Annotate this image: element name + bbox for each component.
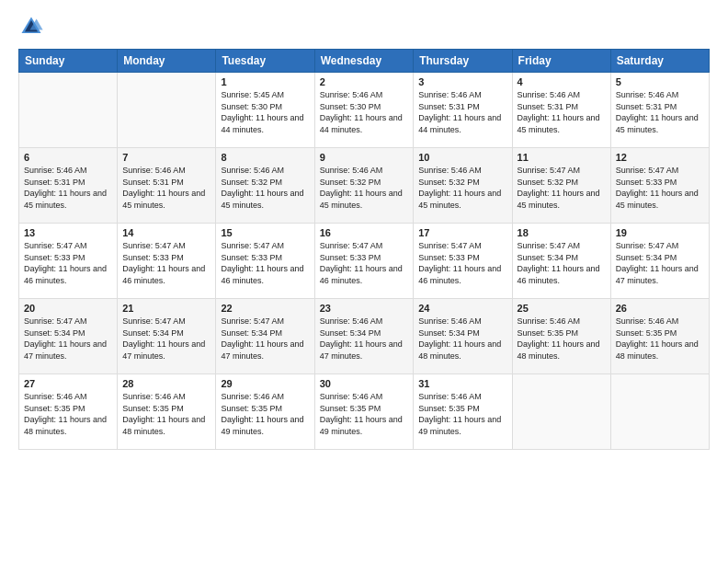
col-friday: Friday <box>512 50 610 73</box>
table-row: 20Sunrise: 5:47 AMSunset: 5:34 PMDayligh… <box>19 299 118 374</box>
page-header <box>18 14 710 40</box>
day-number: 20 <box>24 303 112 314</box>
day-content: Sunrise: 5:46 AMSunset: 5:35 PMDaylight:… <box>221 391 309 437</box>
day-number: 10 <box>418 152 506 163</box>
day-number: 27 <box>24 378 112 389</box>
day-number: 24 <box>418 303 506 314</box>
table-row <box>19 73 118 148</box>
day-content: Sunrise: 5:46 AMSunset: 5:34 PMDaylight:… <box>320 316 409 362</box>
day-content: Sunrise: 5:46 AMSunset: 5:31 PMDaylight:… <box>418 89 506 135</box>
day-number: 18 <box>518 227 606 238</box>
col-sunday: Sunday <box>19 50 118 73</box>
calendar-week-row: 1Sunrise: 5:45 AMSunset: 5:30 PMDaylight… <box>19 73 710 148</box>
table-row: 19Sunrise: 5:47 AMSunset: 5:34 PMDayligh… <box>610 224 709 299</box>
table-row: 15Sunrise: 5:47 AMSunset: 5:33 PMDayligh… <box>216 224 314 299</box>
day-number: 21 <box>122 303 210 314</box>
table-row: 13Sunrise: 5:47 AMSunset: 5:33 PMDayligh… <box>19 224 118 299</box>
table-row: 16Sunrise: 5:47 AMSunset: 5:33 PMDayligh… <box>314 224 414 299</box>
table-row: 27Sunrise: 5:46 AMSunset: 5:35 PMDayligh… <box>19 374 118 450</box>
day-content: Sunrise: 5:47 AMSunset: 5:32 PMDaylight:… <box>518 165 606 211</box>
day-number: 22 <box>221 303 309 314</box>
day-number: 3 <box>418 76 506 87</box>
day-number: 12 <box>616 152 704 163</box>
day-content: Sunrise: 5:47 AMSunset: 5:34 PMDaylight:… <box>616 240 704 286</box>
day-content: Sunrise: 5:47 AMSunset: 5:34 PMDaylight:… <box>518 240 606 286</box>
day-content: Sunrise: 5:46 AMSunset: 5:35 PMDaylight:… <box>122 391 210 437</box>
day-number: 16 <box>320 227 409 238</box>
day-number: 19 <box>616 227 704 238</box>
table-row: 29Sunrise: 5:46 AMSunset: 5:35 PMDayligh… <box>216 374 314 450</box>
calendar-week-row: 27Sunrise: 5:46 AMSunset: 5:35 PMDayligh… <box>19 374 710 450</box>
day-number: 8 <box>221 152 309 163</box>
day-number: 11 <box>518 152 606 163</box>
day-number: 7 <box>122 152 210 163</box>
day-number: 30 <box>320 378 409 389</box>
day-content: Sunrise: 5:46 AMSunset: 5:31 PMDaylight:… <box>518 89 606 135</box>
table-row: 25Sunrise: 5:46 AMSunset: 5:35 PMDayligh… <box>512 299 610 374</box>
table-row: 17Sunrise: 5:47 AMSunset: 5:33 PMDayligh… <box>414 224 512 299</box>
table-row: 12Sunrise: 5:47 AMSunset: 5:33 PMDayligh… <box>610 148 709 224</box>
calendar-week-row: 6Sunrise: 5:46 AMSunset: 5:31 PMDaylight… <box>19 148 710 224</box>
day-content: Sunrise: 5:46 AMSunset: 5:34 PMDaylight:… <box>418 316 506 362</box>
table-row: 21Sunrise: 5:47 AMSunset: 5:34 PMDayligh… <box>118 299 216 374</box>
day-content: Sunrise: 5:47 AMSunset: 5:33 PMDaylight:… <box>320 240 409 286</box>
day-content: Sunrise: 5:46 AMSunset: 5:35 PMDaylight:… <box>320 391 409 437</box>
table-row <box>512 374 610 450</box>
table-row: 23Sunrise: 5:46 AMSunset: 5:34 PMDayligh… <box>314 299 414 374</box>
day-content: Sunrise: 5:46 AMSunset: 5:32 PMDaylight:… <box>320 165 409 211</box>
day-content: Sunrise: 5:47 AMSunset: 5:33 PMDaylight:… <box>122 240 210 286</box>
day-number: 17 <box>418 227 506 238</box>
table-row: 31Sunrise: 5:46 AMSunset: 5:35 PMDayligh… <box>414 374 512 450</box>
day-number: 6 <box>24 152 112 163</box>
day-number: 13 <box>24 227 112 238</box>
table-row: 22Sunrise: 5:47 AMSunset: 5:34 PMDayligh… <box>216 299 314 374</box>
table-row: 18Sunrise: 5:47 AMSunset: 5:34 PMDayligh… <box>512 224 610 299</box>
day-content: Sunrise: 5:47 AMSunset: 5:34 PMDaylight:… <box>122 316 210 362</box>
table-row: 10Sunrise: 5:46 AMSunset: 5:32 PMDayligh… <box>414 148 512 224</box>
day-content: Sunrise: 5:47 AMSunset: 5:33 PMDaylight:… <box>221 240 309 286</box>
logo <box>18 14 46 40</box>
logo-icon <box>18 14 44 40</box>
day-content: Sunrise: 5:46 AMSunset: 5:31 PMDaylight:… <box>122 165 210 211</box>
table-row <box>118 73 216 148</box>
table-row: 14Sunrise: 5:47 AMSunset: 5:33 PMDayligh… <box>118 224 216 299</box>
col-wednesday: Wednesday <box>314 50 414 73</box>
table-row: 8Sunrise: 5:46 AMSunset: 5:32 PMDaylight… <box>216 148 314 224</box>
day-number: 28 <box>122 378 210 389</box>
day-content: Sunrise: 5:46 AMSunset: 5:31 PMDaylight:… <box>616 89 704 135</box>
day-number: 31 <box>418 378 506 389</box>
day-content: Sunrise: 5:46 AMSunset: 5:32 PMDaylight:… <box>418 165 506 211</box>
table-row <box>610 374 709 450</box>
day-content: Sunrise: 5:47 AMSunset: 5:33 PMDaylight:… <box>418 240 506 286</box>
day-number: 15 <box>221 227 309 238</box>
table-row: 2Sunrise: 5:46 AMSunset: 5:30 PMDaylight… <box>314 73 414 148</box>
day-content: Sunrise: 5:46 AMSunset: 5:30 PMDaylight:… <box>320 89 409 135</box>
day-content: Sunrise: 5:46 AMSunset: 5:35 PMDaylight:… <box>616 316 704 362</box>
day-number: 26 <box>616 303 704 314</box>
day-number: 23 <box>320 303 409 314</box>
calendar-week-row: 13Sunrise: 5:47 AMSunset: 5:33 PMDayligh… <box>19 224 710 299</box>
day-number: 14 <box>122 227 210 238</box>
day-number: 4 <box>518 76 606 87</box>
calendar: Sunday Monday Tuesday Wednesday Thursday… <box>18 49 710 450</box>
day-content: Sunrise: 5:47 AMSunset: 5:33 PMDaylight:… <box>24 240 112 286</box>
calendar-week-row: 20Sunrise: 5:47 AMSunset: 5:34 PMDayligh… <box>19 299 710 374</box>
day-number: 1 <box>221 76 309 87</box>
day-content: Sunrise: 5:46 AMSunset: 5:32 PMDaylight:… <box>221 165 309 211</box>
day-content: Sunrise: 5:47 AMSunset: 5:33 PMDaylight:… <box>616 165 704 211</box>
col-saturday: Saturday <box>610 50 709 73</box>
day-content: Sunrise: 5:46 AMSunset: 5:35 PMDaylight:… <box>418 391 506 437</box>
table-row: 1Sunrise: 5:45 AMSunset: 5:30 PMDaylight… <box>216 73 314 148</box>
day-number: 9 <box>320 152 409 163</box>
day-content: Sunrise: 5:46 AMSunset: 5:31 PMDaylight:… <box>24 165 112 211</box>
col-monday: Monday <box>118 50 216 73</box>
table-row: 28Sunrise: 5:46 AMSunset: 5:35 PMDayligh… <box>118 374 216 450</box>
table-row: 11Sunrise: 5:47 AMSunset: 5:32 PMDayligh… <box>512 148 610 224</box>
calendar-header-row: Sunday Monday Tuesday Wednesday Thursday… <box>19 50 710 73</box>
day-number: 2 <box>320 76 409 87</box>
table-row: 5Sunrise: 5:46 AMSunset: 5:31 PMDaylight… <box>610 73 709 148</box>
day-content: Sunrise: 5:47 AMSunset: 5:34 PMDaylight:… <box>24 316 112 362</box>
table-row: 26Sunrise: 5:46 AMSunset: 5:35 PMDayligh… <box>610 299 709 374</box>
table-row: 24Sunrise: 5:46 AMSunset: 5:34 PMDayligh… <box>414 299 512 374</box>
day-content: Sunrise: 5:46 AMSunset: 5:35 PMDaylight:… <box>24 391 112 437</box>
